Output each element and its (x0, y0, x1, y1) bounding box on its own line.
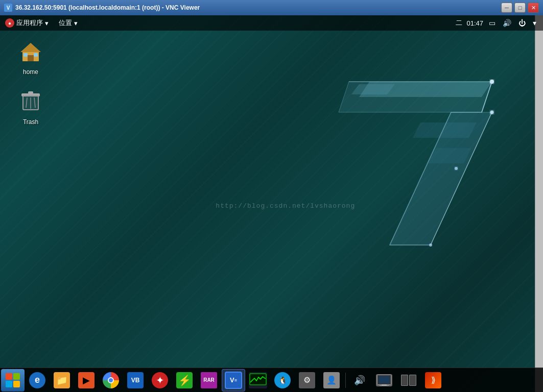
apps-menu-arrow: ▾ (45, 19, 49, 27)
red-app-icon: ✦ (152, 372, 168, 388)
home-icon-label: home (23, 68, 38, 76)
location-menu-arrow: ▾ (74, 19, 78, 27)
display-svg (377, 375, 391, 386)
apps-menu-button[interactable]: ● 应用程序 ▾ (0, 15, 54, 31)
svg-rect-29 (380, 385, 389, 386)
taskbar-separator-1 (345, 373, 346, 388)
qq-icon: 🐧 (274, 372, 291, 388)
desktop[interactable]: ● 应用程序 ▾ 位置 ▾ 二 01:47 ▭ 🔊 ⏻ ▾ (0, 15, 543, 392)
svg-point-9 (455, 167, 458, 170)
taskbar-qq-button[interactable]: 🐧 (271, 369, 294, 391)
rar-icon: RAR (201, 372, 217, 388)
green-app-icon: ⚡ (176, 372, 193, 388)
maximize-button[interactable]: □ (514, 3, 526, 13)
taskbar-last-button[interactable]: ⟫ (421, 369, 445, 391)
svg-rect-16 (28, 55, 34, 61)
location-menu-label: 位置 (59, 18, 72, 28)
chrome-inner (108, 377, 114, 383)
svg-marker-13 (428, 148, 471, 163)
ie-icon: e (29, 372, 45, 388)
svg-rect-28 (382, 384, 387, 385)
svg-rect-25 (23, 95, 38, 110)
trash-icon-svg (20, 89, 41, 113)
last-icon: ⟫ (425, 372, 441, 388)
taskbar-green-button[interactable]: ⚡ (173, 369, 196, 391)
dual-display-icon (401, 375, 416, 386)
settings-icon[interactable]: ▾ (531, 19, 538, 27)
taskbar-files-button[interactable]: 📁 (50, 369, 74, 391)
svg-rect-17 (23, 53, 28, 57)
vnc-icon: V≡ (225, 372, 242, 389)
display-icon (376, 374, 392, 386)
taskbar-vbox-button[interactable]: VB (124, 369, 147, 391)
top-menubar-right: 二 01:47 ▭ 🔊 ⏻ ▾ (456, 18, 543, 28)
player-icon: ▶ (78, 372, 95, 388)
desktop-logo-svg (318, 66, 523, 281)
desktop-watermark: http://blog.csdn.net/lvshaorong (216, 202, 355, 210)
location-menu-button[interactable]: 位置 ▾ (54, 15, 83, 31)
top-menubar: ● 应用程序 ▾ 位置 ▾ 二 01:47 ▭ 🔊 ⏻ ▾ (0, 15, 543, 31)
svg-marker-12 (413, 122, 477, 138)
svg-point-8 (490, 111, 494, 114)
svg-marker-11 (351, 84, 395, 94)
title-bar-controls: ─ □ ✕ (501, 3, 539, 13)
vnc-content: ● 应用程序 ▾ 位置 ▾ 二 01:47 ▭ 🔊 ⏻ ▾ (0, 15, 543, 392)
taskbar-red-button[interactable]: ✦ (148, 369, 172, 391)
apps-icon: ● (5, 18, 14, 28)
windows-logo (6, 373, 20, 387)
vnc-title-icon: V (4, 4, 12, 12)
taskbar-settings1-button[interactable]: ⚙ (295, 369, 319, 391)
svg-marker-15 (20, 43, 41, 52)
top-menubar-left: ● 应用程序 ▾ 位置 ▾ (0, 15, 83, 31)
home-icon-wrapper (15, 36, 46, 66)
svg-rect-18 (34, 53, 38, 57)
taskbar-monitor-button[interactable] (246, 369, 270, 391)
taskbar-player-button[interactable]: ▶ (75, 369, 98, 391)
desktop-icon-home[interactable]: home (10, 36, 51, 76)
day-of-week: 二 (456, 18, 462, 28)
taskbar: e 📁 ▶ VB (0, 368, 543, 392)
svg-rect-24 (28, 91, 33, 94)
close-button[interactable]: ✕ (528, 3, 539, 13)
display2-right (409, 375, 416, 386)
display2-left (401, 375, 408, 386)
volume-icon[interactable]: 🔊 (501, 19, 513, 27)
vnc-scrollbar[interactable] (535, 15, 543, 392)
start-button[interactable] (1, 369, 25, 391)
taskbar-chrome-button[interactable] (99, 369, 123, 391)
taskbar-user-button[interactable]: 👤 (320, 369, 343, 391)
trash-icon-wrapper (15, 86, 46, 116)
taskbar-display2-button[interactable] (397, 369, 420, 391)
volume-tray-icon: 🔊 (354, 375, 365, 386)
monitor-icon (249, 372, 267, 388)
chrome-icon (103, 372, 119, 388)
screen-icon[interactable]: ▭ (487, 19, 497, 27)
minimize-button[interactable]: ─ (501, 3, 512, 13)
title-bar: V 36.32.162.50:5901 (localhost.localdoma… (0, 0, 543, 15)
settings1-icon: ⚙ (299, 372, 315, 388)
home-icon-svg (18, 40, 43, 62)
window-title: 36.32.162.50:5901 (localhost.localdomain… (15, 4, 200, 11)
trash-icon-label: Trash (23, 118, 38, 126)
files-icon: 📁 (54, 372, 70, 388)
desktop-logo-area (318, 66, 523, 281)
desktop-icon-trash[interactable]: Trash (10, 86, 51, 126)
taskbar-volume-button[interactable]: 🔊 (348, 369, 371, 391)
taskbar-rar-button[interactable]: RAR (197, 369, 221, 391)
title-bar-left: V 36.32.162.50:5901 (localhost.localdoma… (4, 4, 200, 12)
svg-rect-26 (250, 374, 266, 385)
vbox-icon: VB (127, 372, 144, 388)
apps-menu-label: 应用程序 (16, 18, 43, 28)
desktop-icons: home (10, 36, 51, 126)
vnc-window: V 36.32.162.50:5901 (localhost.localdoma… (0, 0, 543, 392)
user-icon: 👤 (323, 372, 340, 388)
taskbar-vnc-button[interactable]: V≡ (222, 369, 245, 391)
svg-rect-31 (379, 376, 390, 383)
monitor-svg (249, 373, 267, 387)
clock: 01:47 (466, 19, 483, 27)
taskbar-display-button[interactable] (372, 369, 396, 391)
taskbar-ie-button[interactable]: e (26, 369, 49, 391)
power-icon[interactable]: ⏻ (517, 19, 527, 27)
